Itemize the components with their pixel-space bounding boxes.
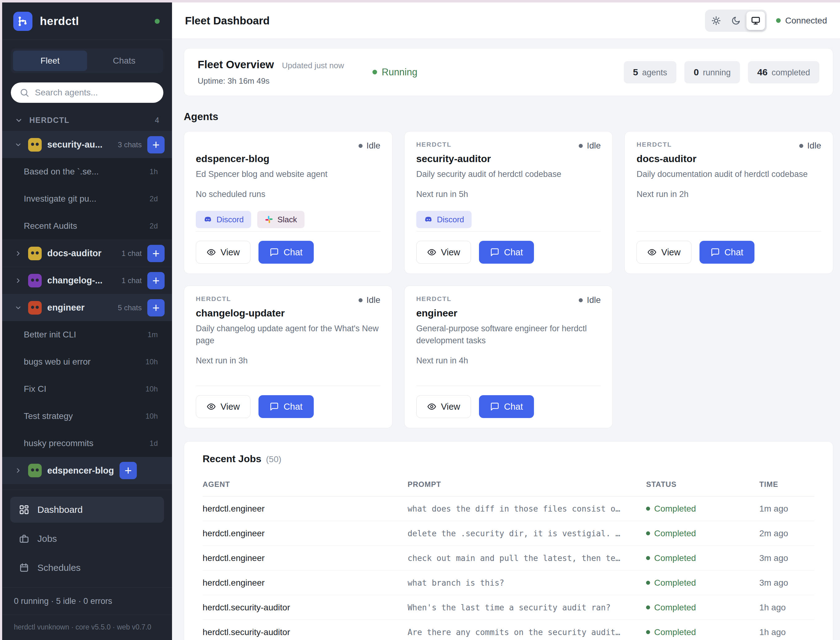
agent-card-security-auditor: HERDCTL Idle security-auditor Daily secu… xyxy=(404,131,613,274)
job-agent: herdctl.engineer xyxy=(203,546,408,571)
agent-card-schedule: Next run in 4h xyxy=(416,356,601,366)
card-eyebrow: HERDCTL xyxy=(636,141,672,148)
agent-name: docs-auditor xyxy=(47,248,102,258)
channel-badges: Discord Slack xyxy=(196,211,380,228)
chat-button[interactable]: Chat xyxy=(699,241,755,264)
job-prompt: delete the .security dir, it is vestigia… xyxy=(408,521,646,546)
completed-dot xyxy=(646,630,650,634)
chat-button[interactable]: Chat xyxy=(258,395,313,418)
tab-chats[interactable]: Chats xyxy=(87,51,161,71)
chevron-down-icon xyxy=(14,304,22,312)
view-button[interactable]: View xyxy=(416,395,471,418)
briefcase-icon xyxy=(19,533,29,544)
chat-button[interactable]: Chat xyxy=(479,241,534,264)
agent-card-name: edspencer-blog xyxy=(196,153,380,165)
overview-stats: 5 agents 0 running 46 completed xyxy=(624,61,819,83)
tab-fleet[interactable]: Fleet xyxy=(13,51,87,71)
discord-icon xyxy=(424,215,433,224)
table-row[interactable]: herdctl.engineer check out main and pull… xyxy=(203,546,814,571)
job-prompt: check out main and pull the latest, then… xyxy=(408,546,646,571)
agent-card-desc: Daily security audit of herdctl codebase xyxy=(416,168,601,180)
job-status: Completed xyxy=(646,578,750,588)
sidebar-item-docs-auditor[interactable]: docs-auditor 1 chat + xyxy=(2,240,172,267)
sidebar-nav: Dashboard Jobs Schedules xyxy=(2,490,172,587)
table-row[interactable]: herdctl.engineer delete the .security di… xyxy=(203,521,814,546)
search-input[interactable] xyxy=(35,88,155,98)
chat-button[interactable]: Chat xyxy=(479,395,534,418)
chat-item[interactable]: Better init CLI 1m xyxy=(2,321,172,348)
view-button[interactable]: View xyxy=(196,395,250,418)
card-eyebrow: HERDCTL xyxy=(416,141,452,148)
chat-time: 10h xyxy=(146,412,158,421)
jobs-count: (50) xyxy=(266,454,281,464)
table-row[interactable]: herdctl.security-auditor When's the last… xyxy=(203,595,814,620)
view-button[interactable]: View xyxy=(416,241,471,264)
job-prompt: what does the diff in those files consis… xyxy=(408,496,646,521)
agent-tree: security-au... 3 chats + Based on the `.… xyxy=(2,131,172,484)
section-label: HERDCTL xyxy=(29,116,69,125)
theme-toggle-group xyxy=(705,10,767,32)
chat-item[interactable]: Test strategy 10h xyxy=(2,403,172,430)
sidebar-section-herdctl[interactable]: HERDCTL 4 xyxy=(2,103,172,131)
sidebar-item-edspencer-blog[interactable]: edspencer-blog + xyxy=(2,457,172,484)
table-row[interactable]: herdctl.engineer what does the diff in t… xyxy=(203,496,814,521)
agent-card-engineer: HERDCTL Idle engineer General-purpose so… xyxy=(404,286,613,428)
job-status: Completed xyxy=(646,603,750,613)
running-dot xyxy=(372,70,377,74)
idle-dot xyxy=(579,298,583,302)
sidebar-status-dot xyxy=(155,19,160,24)
chat-count: 1 chat xyxy=(122,249,142,258)
chat-title: Recent Audits xyxy=(24,221,77,231)
job-status: Completed xyxy=(646,504,750,514)
eye-icon xyxy=(207,248,216,257)
chat-bubble-icon xyxy=(490,402,499,411)
sidebar-item-security-auditor[interactable]: security-au... 3 chats + xyxy=(2,131,172,158)
chat-item[interactable]: Recent Audits 2d xyxy=(2,213,172,240)
chat-item[interactable]: Based on the `.se... 1h xyxy=(2,158,172,185)
sidebar-item-jobs[interactable]: Jobs xyxy=(10,526,164,552)
agent-name: security-au... xyxy=(47,139,103,150)
job-time: 1h ago xyxy=(760,595,814,620)
chat-list-engineer: Better init CLI 1m bugs web ui error 10h… xyxy=(2,321,172,457)
chevron-right-icon xyxy=(14,277,22,284)
new-chat-button[interactable]: + xyxy=(120,462,137,479)
job-status: Completed xyxy=(646,528,750,538)
new-chat-button[interactable]: + xyxy=(147,272,165,289)
new-chat-button[interactable]: + xyxy=(147,299,165,317)
chat-item[interactable]: Investigate git pu... 2d xyxy=(2,185,172,213)
view-button[interactable]: View xyxy=(636,241,691,264)
chat-item[interactable]: bugs web ui error 10h xyxy=(2,348,172,375)
sidebar-item-dashboard[interactable]: Dashboard xyxy=(10,497,164,523)
agent-card-schedule: Next run in 5h xyxy=(416,190,601,199)
chat-button[interactable]: Chat xyxy=(258,241,313,264)
sidebar-item-engineer[interactable]: engineer 5 chats + xyxy=(2,294,172,321)
slack-badge: Slack xyxy=(257,211,305,228)
sidebar-item-schedules[interactable]: Schedules xyxy=(10,555,164,581)
system-theme-button[interactable] xyxy=(746,11,765,30)
agent-card-name: security-auditor xyxy=(416,153,601,165)
col-status: STATUS xyxy=(646,475,759,496)
job-time: 3m ago xyxy=(760,571,814,595)
chat-item[interactable]: husky precommits 1d xyxy=(2,430,172,457)
dark-theme-button[interactable] xyxy=(727,11,745,30)
table-row[interactable]: herdctl.engineer what branch is this? Co… xyxy=(203,571,814,595)
light-theme-button[interactable] xyxy=(707,11,725,30)
chat-item[interactable]: Fix CI 10h xyxy=(2,375,172,403)
new-chat-button[interactable]: + xyxy=(147,136,165,154)
idle-dot xyxy=(359,298,362,302)
status-badge: Idle xyxy=(579,295,601,305)
eye-icon xyxy=(427,248,436,257)
new-chat-button[interactable]: + xyxy=(147,245,165,262)
nav-label: Schedules xyxy=(37,563,80,573)
agent-card-desc: General-purpose software engineer for he… xyxy=(416,323,601,347)
view-button[interactable]: View xyxy=(196,241,250,264)
sidebar-item-changelog-updater[interactable]: changelog-... 1 chat + xyxy=(2,267,172,294)
job-agent: herdctl.security-auditor xyxy=(203,595,408,620)
table-row[interactable]: herdctl.security-auditor Are there any c… xyxy=(203,620,814,640)
discord-badge: Discord xyxy=(196,211,251,228)
running-label: Running xyxy=(382,67,417,78)
status-badge: Idle xyxy=(799,141,821,150)
chat-title: Based on the `.se... xyxy=(24,167,99,177)
agent-search[interactable] xyxy=(11,82,164,103)
chat-time: 1d xyxy=(149,439,158,448)
